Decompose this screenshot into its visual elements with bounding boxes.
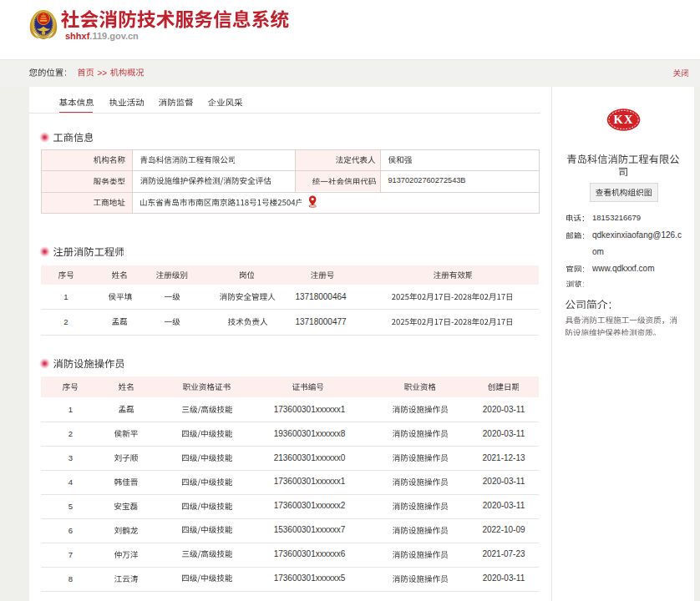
svg-text:KX: KX (613, 113, 633, 126)
